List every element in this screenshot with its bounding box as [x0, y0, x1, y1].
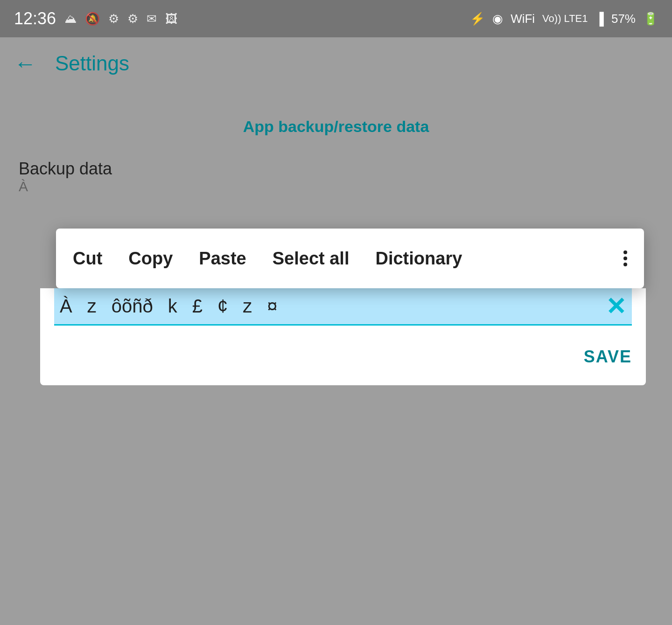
mail-icon: ✉: [147, 12, 157, 26]
char-cent: ¢: [217, 296, 228, 317]
signal-icon: ▐: [595, 12, 604, 26]
status-left: 12:36 ⛰ 🔕 ⚙ ⚙ ✉ 🖼: [14, 9, 177, 28]
backup-item-label: Backup data: [19, 159, 653, 179]
status-right: ⚡ ◉ WiFi Vo)) LTE1 ▐ 57% 🔋: [470, 12, 658, 26]
char-À: À: [60, 296, 72, 317]
more-options-button[interactable]: [623, 250, 627, 266]
lte-label: Vo)) LTE1: [542, 13, 588, 25]
save-section: SAVE: [54, 333, 632, 367]
location-icon: ◉: [492, 12, 503, 26]
char-pound: £: [192, 296, 203, 317]
clear-input-button[interactable]: ✕: [606, 292, 626, 320]
save-button[interactable]: SAVE: [584, 347, 632, 367]
battery-percent: 57%: [611, 12, 636, 26]
bell-off-icon: 🔕: [85, 12, 100, 26]
select-all-button[interactable]: Select all: [259, 249, 363, 269]
section-title: App backup/restore data: [19, 118, 653, 136]
settings-icon: ⚙: [108, 12, 119, 26]
settings2-icon: ⚙: [127, 12, 138, 26]
paste-button[interactable]: Paste: [186, 249, 259, 269]
dot1: [623, 250, 627, 254]
char-accented: ôõñð: [112, 296, 153, 317]
back-button[interactable]: ←: [14, 51, 36, 76]
app-bar: ← Settings: [0, 37, 672, 90]
copy-button[interactable]: Copy: [115, 249, 186, 269]
page-title: Settings: [55, 52, 129, 75]
dot3: [623, 263, 627, 266]
mountain-icon: ⛰: [64, 12, 77, 26]
input-dialog: À z ôõñð k £ ¢ z ¤ ✕ SAVE: [40, 288, 646, 385]
input-field-content[interactable]: À z ôõñð k £ ¢ z ¤: [60, 296, 602, 317]
context-menu: Cut Copy Paste Select all Dictionary: [56, 229, 644, 288]
settings-content: App backup/restore data Backup data À: [0, 90, 672, 208]
status-time: 12:36: [14, 9, 56, 28]
status-bar: 12:36 ⛰ 🔕 ⚙ ⚙ ✉ 🖼 ⚡ ◉ WiFi Vo)) LTE1 ▐ 5…: [0, 0, 672, 37]
dictionary-button[interactable]: Dictionary: [362, 249, 475, 269]
char-z2: z: [243, 296, 252, 317]
backup-item-sub: À: [19, 179, 653, 194]
bluetooth-icon: ⚡: [470, 12, 485, 26]
char-k: k: [168, 296, 177, 317]
cut-button[interactable]: Cut: [73, 249, 115, 269]
battery-icon: 🔋: [643, 12, 658, 26]
char-z1: z: [87, 296, 97, 317]
char-currency: ¤: [267, 296, 277, 317]
input-field-wrapper: À z ôõñð k £ ¢ z ¤ ✕: [54, 288, 632, 326]
image-icon: 🖼: [165, 12, 177, 26]
dot2: [623, 257, 627, 260]
wifi-icon: WiFi: [511, 12, 535, 26]
